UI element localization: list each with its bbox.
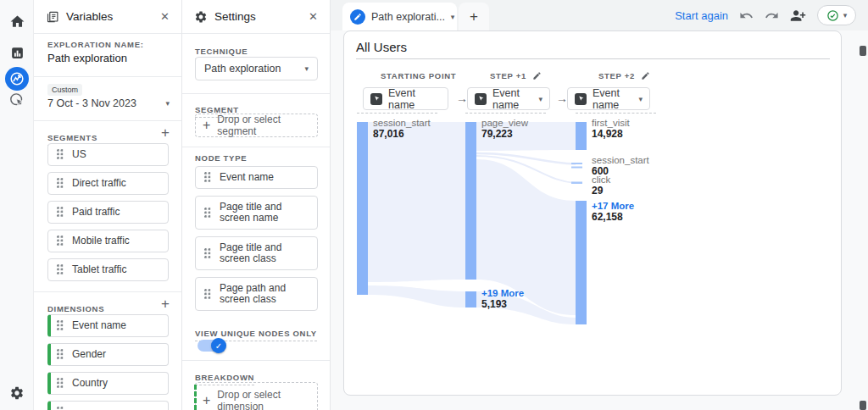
exploration-name-value[interactable]: Path exploration	[47, 52, 127, 64]
sankey-more-label[interactable]: +19 More 5,193	[481, 288, 524, 310]
plus-icon: +	[203, 395, 210, 407]
person-add-icon[interactable]	[790, 8, 806, 24]
admin-gear-icon[interactable]	[6, 382, 28, 404]
left-nav-rail	[0, 0, 34, 410]
variables-close-icon[interactable]: ✕	[160, 11, 170, 22]
segment-chip-tablet-traffic[interactable]: Tablet traffic	[47, 258, 169, 281]
drag-handle-icon[interactable]	[57, 320, 64, 331]
node-type-chip-page-path-screen-class[interactable]: Page path and screen class	[195, 277, 318, 311]
segment-chip-mobile-traffic[interactable]: Mobile traffic	[47, 230, 169, 252]
main-area: Path explorati... ▾ + Start again	[331, 0, 868, 410]
drag-handle-icon[interactable]	[57, 264, 64, 275]
drag-handle-icon[interactable]	[204, 248, 212, 259]
chevron-down-icon: ▾	[165, 99, 170, 108]
node-bar-page-view[interactable]	[465, 122, 476, 280]
node-bar-session-start[interactable]	[357, 122, 368, 295]
variables-panel: Variables ✕ EXPLORATION NAME: Path explo…	[34, 0, 182, 410]
node-type-chip-event-name[interactable]: Event name	[195, 166, 318, 189]
check-circle-icon	[826, 9, 839, 22]
segment-chip-us[interactable]: US	[47, 143, 169, 166]
date-range-selector[interactable]: 7 Oct - 3 Nov 2023 ▾	[47, 97, 170, 109]
advertising-icon[interactable]	[6, 89, 28, 111]
app-root: Variables ✕ EXPLORATION NAME: Path explo…	[0, 0, 868, 410]
drag-handle-icon[interactable]	[204, 172, 212, 183]
settings-panel-header: Settings ✕	[182, 0, 330, 34]
node-bar-session-start-2[interactable]	[571, 163, 582, 164]
flow-sessionstart-19more[interactable]	[368, 285, 465, 308]
redo-icon[interactable]	[765, 8, 779, 23]
sankey-more-label[interactable]: +17 More 62,158	[592, 201, 634, 223]
dimension-chip-event-name[interactable]: Event name	[47, 314, 169, 337]
explore-icon[interactable]	[5, 67, 29, 91]
unique-nodes-toggle[interactable]: ✓	[198, 340, 225, 352]
chevron-down-icon: ▾	[304, 64, 309, 73]
node-type-chip-page-title-screen-name[interactable]: Page title and screen name	[195, 196, 318, 230]
drag-handle-icon[interactable]	[57, 235, 64, 247]
sankey-node-label: click 29	[592, 175, 610, 197]
drag-handle-icon[interactable]	[57, 149, 64, 160]
dimension-chip-partial[interactable]	[47, 401, 169, 410]
chevron-down-icon: ▾	[451, 13, 455, 21]
segment-chip-direct-traffic[interactable]: Direct traffic	[47, 172, 169, 195]
segment-drop-zone[interactable]: + Drop or select segment	[195, 114, 318, 137]
add-tab-button[interactable]: +	[459, 3, 489, 30]
sankey-node-label: page_view 79,223	[481, 118, 528, 140]
add-segment-button[interactable]: +	[161, 125, 170, 140]
check-icon: ✓	[211, 338, 226, 353]
exploration-canvas: All Users STARTING POINT STEP +1 STEP +2…	[343, 30, 842, 396]
drag-handle-icon[interactable]	[204, 208, 212, 219]
pencil-icon	[350, 9, 365, 25]
node-bar-19-more[interactable]	[465, 291, 476, 308]
exploration-name-label: EXPLORATION NAME:	[47, 41, 144, 49]
node-bar-first-visit[interactable]	[576, 122, 587, 150]
start-again-button[interactable]: Start again	[675, 9, 728, 22]
node-bar-session-start-2[interactable]	[571, 167, 582, 169]
variables-icon	[46, 10, 59, 24]
tab-strip: Path explorati... ▾ + Start again	[331, 0, 868, 30]
drag-handle-icon[interactable]	[57, 178, 64, 189]
unique-nodes-label: VIEW UNIQUE NODES ONLY	[195, 324, 317, 341]
node-type-label: NODE TYPE	[195, 154, 247, 163]
drag-handle-icon[interactable]	[57, 407, 64, 410]
settings-panel-title: Settings	[214, 10, 256, 23]
reports-icon[interactable]	[6, 42, 28, 64]
chevron-down-icon: ▾	[843, 11, 848, 19]
node-bar-click[interactable]	[571, 182, 582, 185]
drag-handle-icon[interactable]	[57, 378, 64, 389]
sankey-node-label: session_start 87,016	[373, 118, 431, 140]
scrollbar-thumb[interactable]	[860, 401, 866, 410]
sankey-node-label: first_visit 14,928	[592, 118, 630, 140]
undo-icon[interactable]	[739, 8, 754, 23]
home-icon[interactable]	[6, 10, 28, 32]
drag-handle-icon[interactable]	[204, 289, 212, 300]
breakdown-drop-zone[interactable]: + Drop or select dimension	[195, 382, 318, 410]
dimension-chip-country[interactable]: Country	[47, 372, 169, 395]
add-dimension-button[interactable]: +	[161, 296, 170, 311]
segment-chip-paid-traffic[interactable]: Paid traffic	[47, 201, 169, 224]
technique-select[interactable]: Path exploration ▾	[195, 57, 318, 80]
drag-handle-icon[interactable]	[57, 207, 64, 218]
variables-panel-title: Variables	[66, 10, 113, 23]
toolbar-actions: Start again ▾	[675, 0, 856, 30]
settings-gear-icon	[194, 10, 208, 24]
flow-sessionstart-pageview[interactable]	[368, 122, 465, 282]
tab-label: Path explorati...	[371, 11, 445, 23]
share-status-button[interactable]: ▾	[817, 5, 856, 25]
plus-icon: +	[203, 119, 210, 131]
node-type-chip-page-title-screen-class[interactable]: Page title and screen class	[195, 236, 318, 270]
node-bar-17-more[interactable]	[576, 201, 587, 324]
settings-close-icon[interactable]: ✕	[309, 11, 318, 22]
tab-path-exploration[interactable]: Path explorati... ▾	[342, 3, 457, 30]
settings-panel: Settings ✕ TECHNIQUE Path exploration ▾ …	[182, 0, 331, 410]
date-range-value: 7 Oct - 3 Nov 2023	[47, 97, 136, 109]
variables-panel-header: Variables ✕	[34, 0, 181, 34]
date-custom-badge: Custom	[47, 84, 82, 96]
drag-handle-icon[interactable]	[57, 349, 64, 360]
dimension-chip-gender[interactable]: Gender	[47, 343, 169, 366]
scrollbar-thumb[interactable]	[860, 46, 866, 56]
